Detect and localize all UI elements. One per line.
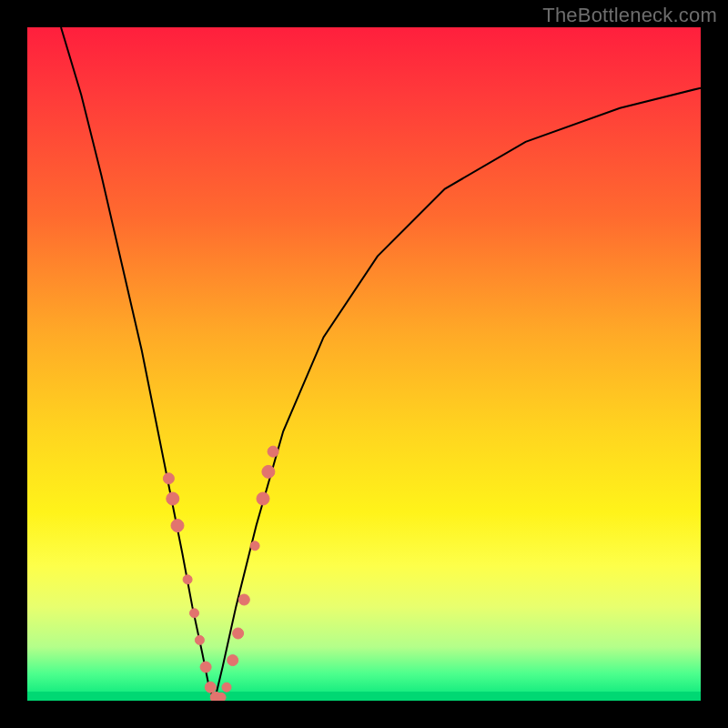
plot-area xyxy=(27,27,701,701)
data-marker xyxy=(262,465,275,478)
data-marker xyxy=(217,693,226,701)
chart-svg xyxy=(27,27,701,701)
curve-right xyxy=(215,88,701,701)
data-marker xyxy=(268,446,278,457)
data-marker xyxy=(195,635,204,644)
data-marker xyxy=(163,473,174,484)
curve-left xyxy=(61,27,215,701)
watermark-text: TheBottleneck.com xyxy=(542,4,717,27)
outer-frame: TheBottleneck.com xyxy=(0,0,728,728)
data-marker xyxy=(183,575,192,584)
data-marker xyxy=(257,492,269,505)
data-marker xyxy=(228,655,238,666)
data-markers xyxy=(163,446,278,701)
data-marker xyxy=(205,682,216,693)
data-marker xyxy=(233,628,244,639)
data-marker xyxy=(200,662,211,672)
data-marker xyxy=(250,541,259,551)
data-marker xyxy=(167,492,179,505)
data-marker xyxy=(171,520,184,532)
data-marker xyxy=(222,682,231,692)
data-marker xyxy=(238,594,249,605)
data-marker xyxy=(190,609,199,618)
